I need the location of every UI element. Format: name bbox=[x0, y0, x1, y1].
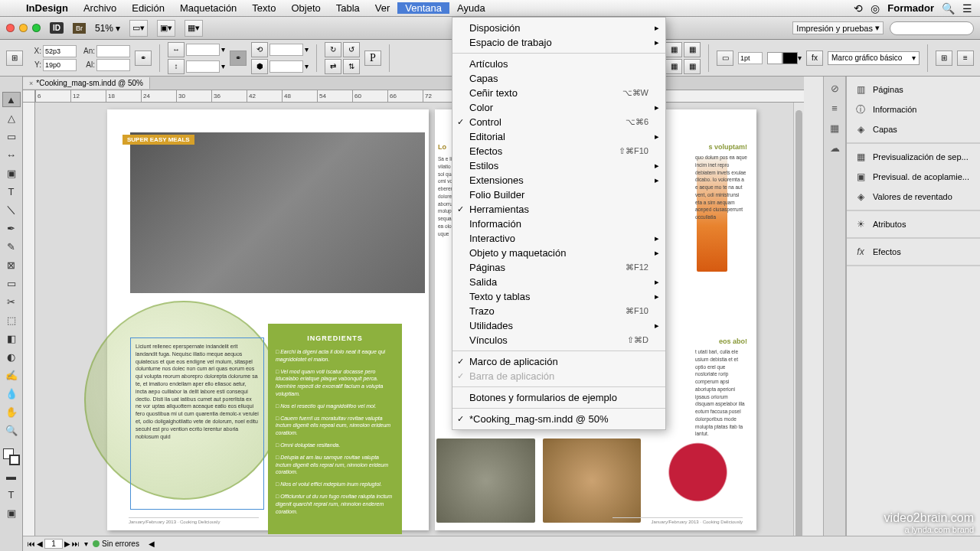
thumb-image-3[interactable] bbox=[648, 439, 747, 523]
menu-item[interactable]: Capas bbox=[452, 71, 665, 86]
stroke-weight-field[interactable] bbox=[738, 52, 763, 64]
h-scroll-left-icon[interactable]: ◀ bbox=[149, 540, 155, 548]
menu-item[interactable]: Páginas⌘F12 bbox=[452, 260, 665, 275]
rectangle-frame-tool[interactable]: ⊠ bbox=[2, 257, 21, 272]
chevron-down-icon[interactable]: ▾ bbox=[221, 62, 225, 70]
menu-item[interactable]: Herramientas bbox=[452, 202, 665, 217]
content-collector-tool[interactable]: ▣ bbox=[2, 165, 21, 181]
close-window-button[interactable] bbox=[6, 24, 15, 32]
col-text-2[interactable]: quo dolum pos ea aque incim inet repro d… bbox=[695, 154, 747, 221]
scale-x-field[interactable] bbox=[186, 44, 220, 56]
grid-icon[interactable]: ⊞ bbox=[936, 51, 952, 66]
menu-item[interactable]: Vínculos⇧⌘D bbox=[452, 333, 665, 347]
minimize-window-button[interactable] bbox=[19, 24, 28, 32]
panel-flatten-preview[interactable]: ▣Previsual. de acoplamie... bbox=[847, 167, 980, 187]
menu-edicion[interactable]: Edición bbox=[124, 2, 172, 14]
formatting-text-button[interactable]: T bbox=[2, 487, 21, 502]
bridge-button[interactable]: Br bbox=[73, 23, 86, 34]
close-icon[interactable]: × bbox=[29, 80, 33, 87]
menu-maquetacion[interactable]: Maquetación bbox=[172, 2, 244, 14]
arrange-button[interactable]: ▦▾ bbox=[185, 20, 203, 37]
panel-paginas[interactable]: ▥Páginas bbox=[847, 80, 980, 99]
eyedropper-tool[interactable]: 💧 bbox=[2, 386, 21, 401]
rotate-ccw-icon[interactable]: ↺ bbox=[343, 42, 360, 57]
spotlight-icon[interactable]: 🔍 bbox=[942, 2, 955, 15]
links-icon[interactable]: ⊘ bbox=[827, 83, 842, 96]
horizontal-ruler[interactable]: 6121824303642485460667278849096102108 bbox=[35, 90, 804, 103]
document-canvas[interactable]: 6121824303642485460667278849096102108 SU… bbox=[23, 90, 804, 536]
body-text-frame[interactable]: Liciunt rellenec eperspernate indandelit… bbox=[130, 337, 264, 510]
fill-none-swatch[interactable] bbox=[767, 52, 782, 64]
note-tool[interactable]: ✍ bbox=[2, 367, 21, 383]
panel-atributos[interactable]: ☀Atributos bbox=[847, 214, 980, 234]
user-label[interactable]: Formador bbox=[887, 2, 934, 14]
menu-texto[interactable]: Texto bbox=[244, 2, 283, 14]
first-page-icon[interactable]: ⏮ bbox=[28, 540, 35, 548]
open-doc-icon[interactable]: ▾ bbox=[84, 540, 88, 548]
menu-item[interactable]: Marco de aplicación bbox=[452, 354, 665, 369]
stroke-swatch[interactable] bbox=[782, 52, 798, 64]
menu-item[interactable]: Disposición bbox=[452, 21, 665, 35]
document-tab[interactable]: × *Cooking_mag-sm.indd @ 50% bbox=[23, 77, 150, 89]
menu-item[interactable]: Información bbox=[452, 217, 665, 231]
menu-item[interactable]: Interactivo bbox=[452, 231, 665, 246]
menu-item[interactable]: Editorial bbox=[452, 129, 665, 144]
apply-color-button[interactable]: ▬ bbox=[2, 468, 21, 484]
rectangle-tool[interactable]: ▭ bbox=[2, 276, 21, 291]
stroke-panel-icon[interactable]: ≡ bbox=[827, 103, 842, 116]
chevron-down-icon[interactable]: ▾ bbox=[221, 45, 225, 54]
thumb-image-2[interactable] bbox=[543, 439, 642, 523]
stroke-icon[interactable]: ▭ bbox=[717, 51, 733, 66]
app-name[interactable]: InDesign bbox=[18, 2, 76, 14]
menu-objeto[interactable]: Objeto bbox=[283, 2, 328, 14]
gradient-swatch-tool[interactable]: ◧ bbox=[2, 331, 21, 346]
align-just-icon[interactable]: ▦ bbox=[684, 59, 701, 74]
panel-trap-presets[interactable]: ◈Valores de reventado bbox=[847, 187, 980, 207]
line-tool[interactable]: ＼ bbox=[2, 202, 21, 217]
swatches-icon[interactable]: ▦ bbox=[827, 122, 842, 136]
current-page-field[interactable]: 1 bbox=[44, 539, 63, 549]
fx-icon[interactable]: fx bbox=[806, 51, 823, 66]
menu-ayuda[interactable]: Ayuda bbox=[449, 2, 493, 14]
page-navigator[interactable]: ⏮ ◀ 1 ▶ ⏭ bbox=[28, 539, 80, 549]
preflight-status[interactable]: Sin errores bbox=[93, 540, 139, 548]
pencil-tool[interactable]: ✎ bbox=[2, 239, 21, 254]
p-icon[interactable]: P bbox=[364, 51, 381, 66]
shear-field[interactable] bbox=[270, 60, 303, 73]
thumb-image-1[interactable] bbox=[436, 439, 535, 523]
zoom-window-button[interactable] bbox=[32, 24, 41, 32]
menu-item[interactable]: Control⌥⌘6 bbox=[452, 115, 665, 129]
w-field[interactable] bbox=[96, 45, 130, 57]
panel-informacion[interactable]: ⓘInformación bbox=[847, 99, 980, 119]
menu-item[interactable]: Texto y tablas bbox=[452, 289, 665, 304]
type-tool[interactable]: T bbox=[2, 184, 21, 199]
page-tool[interactable]: ▭ bbox=[2, 129, 21, 144]
hand-tool[interactable]: ✋ bbox=[2, 404, 21, 419]
hero-image-frame[interactable] bbox=[130, 132, 425, 293]
screen-mode-button[interactable]: ▣ bbox=[2, 505, 21, 520]
menu-item[interactable]: Estilos bbox=[452, 158, 665, 173]
x-field[interactable] bbox=[43, 45, 77, 57]
zoom-level[interactable]: 51%▾ bbox=[95, 23, 120, 34]
menu-item[interactable]: Objeto y maquetación bbox=[452, 246, 665, 260]
constrain-scale-icon[interactable]: ⚭ bbox=[230, 51, 247, 66]
free-transform-tool[interactable]: ⬚ bbox=[2, 312, 21, 328]
y-field[interactable] bbox=[43, 59, 77, 71]
align-center-icon[interactable]: ▦ bbox=[684, 42, 701, 57]
menu-item[interactable]: Utilidades bbox=[452, 318, 665, 333]
menu-item[interactable]: Espacio de trabajo bbox=[452, 35, 665, 50]
menu-item[interactable]: Salida bbox=[452, 275, 665, 289]
gap-tool[interactable]: ↔ bbox=[2, 147, 21, 162]
menu-item[interactable]: Efectos⇧⌘F10 bbox=[452, 144, 665, 158]
menu-item[interactable]: Color bbox=[452, 100, 665, 115]
rotate-cw-icon[interactable]: ↻ bbox=[325, 42, 341, 57]
selection-tool[interactable]: ▲ bbox=[2, 92, 21, 107]
gradient-feather-tool[interactable]: ◐ bbox=[2, 349, 21, 364]
panel-menu-icon[interactable]: ≡ bbox=[957, 51, 974, 66]
menu-item[interactable]: Folio Builder bbox=[452, 187, 665, 202]
menu-item[interactable]: Extensiones bbox=[452, 173, 665, 187]
scroll-thumb[interactable] bbox=[795, 110, 802, 536]
sync-icon[interactable]: ⟲ bbox=[854, 2, 863, 15]
h-field[interactable] bbox=[96, 59, 130, 71]
pen-tool[interactable]: ✒ bbox=[2, 220, 21, 236]
